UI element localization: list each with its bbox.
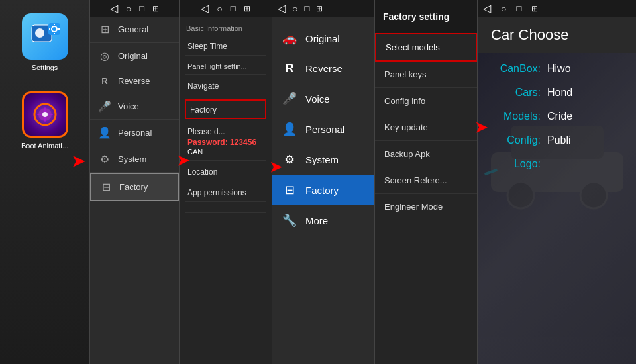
arrow-3: ➤ xyxy=(270,159,282,176)
recents-icon[interactable]: □ xyxy=(139,3,144,13)
back-icon-6[interactable]: ◁ xyxy=(483,2,491,15)
factory-system[interactable]: ⚙ System xyxy=(272,144,374,175)
factory-settings-header: Factory setting xyxy=(375,0,477,33)
factory-more[interactable]: 🔧 More xyxy=(272,205,374,236)
factory-personal-icon: 👤 xyxy=(282,122,297,136)
config-value: Publi xyxy=(547,134,571,146)
navigate-item[interactable]: Navigate xyxy=(185,77,266,95)
nav-icons-2: ◁ ○ □ ⊞ xyxy=(95,2,174,15)
settings-menu-list: ⊞ General ◎ Original R Reverse 🎤 Voice 👤… xyxy=(90,17,179,364)
more-icon[interactable]: ⊞ xyxy=(152,4,159,13)
satellite-item[interactable]: Location xyxy=(185,163,266,181)
recents-icon-4[interactable]: □ xyxy=(304,3,309,13)
menu-item-general[interactable]: ⊞ General xyxy=(90,17,179,43)
basic-info-title: Basic Information xyxy=(185,22,266,35)
boot-animation-app[interactable]: Boot Animati... xyxy=(21,91,68,150)
key-update-item[interactable]: Key update xyxy=(375,114,477,141)
recents-icon-6[interactable]: □ xyxy=(516,3,521,13)
engineer-mode-item[interactable]: Engineer Mode xyxy=(375,194,477,220)
canbox-value: Hiwo xyxy=(547,63,571,75)
settings-app-icon[interactable] xyxy=(22,13,68,60)
menu-item-personal[interactable]: 👤 Personal xyxy=(90,120,179,146)
factory-factory[interactable]: ⊟ Factory xyxy=(272,175,374,205)
factory-system-label: System xyxy=(305,154,339,165)
home-icon-6[interactable]: ○ xyxy=(501,3,506,14)
location-item[interactable]: App permissions xyxy=(185,184,266,202)
settings-app[interactable]: Settings xyxy=(22,13,68,71)
canbox-row: CanBox: Hiwo xyxy=(491,63,623,75)
factory-highlighted[interactable]: Factory xyxy=(185,99,266,119)
system-icon: ⚙ xyxy=(98,153,111,165)
menu-item-voice[interactable]: 🎤 Voice xyxy=(90,93,179,120)
factory-factory-label: Factory xyxy=(305,185,339,196)
car-choose-header: Car Choose xyxy=(478,17,636,53)
sub-settings-content: Basic Information Sleep Time Panel light… xyxy=(180,17,272,364)
models-label: Models: xyxy=(491,111,541,122)
menu-item-system[interactable]: ⚙ System xyxy=(90,146,179,173)
menu-item-original[interactable]: ◎ Original xyxy=(90,43,179,69)
factory-voice-icon: 🎤 xyxy=(282,91,297,106)
reverse-icon: R xyxy=(98,76,111,86)
sleep-time-item[interactable]: Sleep Time xyxy=(185,38,266,56)
factory-icon: ⊟ xyxy=(99,181,113,193)
factory-reverse-icon: R xyxy=(282,62,297,75)
back-icon-4[interactable]: ◁ xyxy=(278,2,286,15)
home-icon-3[interactable]: ○ xyxy=(217,3,222,14)
more-icon-3[interactable]: ⊞ xyxy=(244,4,250,13)
factory-personal-label: Personal xyxy=(305,124,344,135)
factory-item-label: Factory xyxy=(189,104,218,116)
recents-icon-3[interactable]: □ xyxy=(231,3,236,13)
panel-sub-settings: ◁ ○ □ ⊞ Basic Information Sleep Time Pan… xyxy=(179,0,272,364)
original-label: Original xyxy=(118,51,148,61)
nav-icons-3: ◁ ○ □ ⊞ xyxy=(185,2,266,15)
panel-light-item[interactable]: Panel light settin... xyxy=(185,58,266,75)
cars-value: Hond xyxy=(547,87,572,99)
svg-point-10 xyxy=(42,112,48,117)
panel-settings-menu: ◁ ○ □ ⊞ ⊞ General ◎ Original R Reverse 🎤… xyxy=(89,0,179,364)
general-label: General xyxy=(118,24,148,34)
car-choose-content: CanBox: Hiwo Cars: Hond Models: Cride Co… xyxy=(478,53,636,364)
more-icon-6[interactable]: ⊞ xyxy=(531,4,538,13)
car-fields: CanBox: Hiwo Cars: Hond Models: Cride Co… xyxy=(478,53,636,180)
config-label: Config: xyxy=(491,134,541,146)
backup-apk-item[interactable]: Backup Apk xyxy=(375,141,477,167)
select-models-item[interactable]: Select models xyxy=(375,33,477,62)
factory-reverse[interactable]: R Reverse xyxy=(272,54,374,83)
panel-factory-menu: ◁ ○ □ ⊞ 🚗 Original R Reverse 🎤 Voice 👤 P… xyxy=(272,0,374,364)
models-row: Models: Cride xyxy=(491,111,623,122)
back-icon-3[interactable]: ◁ xyxy=(201,2,209,15)
arrow-1: ➤ xyxy=(72,152,85,171)
boot-animation-icon[interactable] xyxy=(22,91,68,138)
cars-row: Cars: Hond xyxy=(491,87,623,99)
boot-animation-label: Boot Animati... xyxy=(21,142,68,150)
svg-point-13 xyxy=(507,182,534,208)
panel-factory-settings: Factory setting Select models Panel keys… xyxy=(374,0,477,364)
panel-app-launcher: Settings Boot Animati... ➤ xyxy=(0,0,89,364)
voice-icon: 🎤 xyxy=(98,100,111,113)
factory-original-icon: 🚗 xyxy=(282,31,297,46)
back-icon[interactable]: ◁ xyxy=(110,2,118,15)
status-bar-2: ◁ ○ □ ⊞ xyxy=(90,0,179,17)
factory-personal[interactable]: 👤 Personal xyxy=(272,114,374,144)
car-status-bar: ◁ ○ □ ⊞ xyxy=(478,0,636,17)
please-label: Please d... xyxy=(187,127,225,136)
factory-more-label: More xyxy=(305,215,328,226)
reverse-label: Reverse xyxy=(118,76,150,86)
app-permissions-item[interactable] xyxy=(185,205,266,213)
more-icon-4[interactable]: ⊞ xyxy=(316,4,323,13)
settings-app-label: Settings xyxy=(32,64,58,71)
config-info-item[interactable]: Config info xyxy=(375,88,477,114)
factory-reverse-label: Reverse xyxy=(305,63,343,74)
menu-item-reverse[interactable]: R Reverse xyxy=(90,69,179,93)
menu-item-factory[interactable]: ⊟ Factory xyxy=(90,173,179,201)
home-icon-4[interactable]: ○ xyxy=(292,3,297,14)
home-icon[interactable]: ○ xyxy=(126,3,131,14)
car-choose-title: Car Choose xyxy=(491,26,568,44)
factory-original[interactable]: 🚗 Original xyxy=(272,23,374,54)
screen-reference-item[interactable]: Screen Refere... xyxy=(375,167,477,194)
factory-settings-list: Select models Panel keys Config info Key… xyxy=(375,33,477,364)
can-text: CAN xyxy=(187,148,203,156)
factory-settings-title: Factory setting xyxy=(383,11,449,22)
factory-voice[interactable]: 🎤 Voice xyxy=(272,83,374,114)
panel-keys-item[interactable]: Panel keys xyxy=(375,62,477,88)
